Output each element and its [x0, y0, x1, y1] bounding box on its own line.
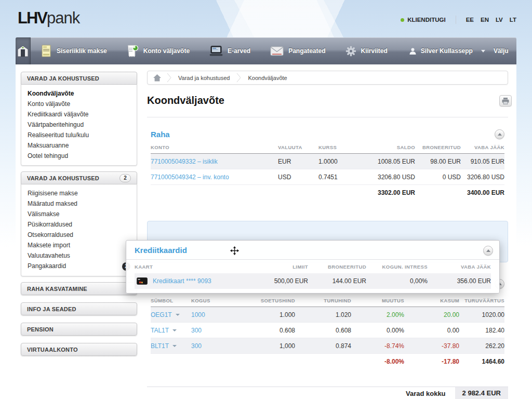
sidebar-section-varad-1: VARAD JA KOHUSTUSED Koondväljavõte Konto… [21, 72, 137, 166]
sidebar-section-pension[interactable]: PENSION [21, 323, 137, 336]
sidebar-section2-body: Riigisisene makse Määratud maksed Välism… [21, 184, 137, 276]
user-menu[interactable]: Silver Kullassepp [400, 37, 489, 64]
raha-total-row: 3302.00 EUR 3400.00 EUR [151, 185, 504, 201]
nav-home-button[interactable] [16, 37, 31, 64]
footer-divider [147, 387, 508, 387]
sidebar-section-raha-kasvatamine[interactable]: RAHA KASVATAMINE [21, 282, 137, 295]
sidebar-section-varad-2: VARAD JA KOHUSTUSED 2 Riigisisene makse … [21, 171, 137, 276]
aktsiad-row-3: BLT1T 300 1,000 0.874 -8.74% -37.80 262.… [151, 338, 504, 354]
sidebar-item-maksuaruanne[interactable]: Maksuaruanne [21, 140, 137, 151]
sidebar-item-koondvaljavote[interactable]: Koondväljavõte [21, 88, 137, 99]
krediitkaardid-titlebar[interactable]: Krediitkaardid [126, 241, 499, 259]
topbar-right: KLIENDITUGI EE EN LV LT [401, 16, 516, 24]
symbol-link[interactable]: BLT1T [151, 342, 169, 350]
language-lv[interactable]: LV [496, 17, 503, 23]
envelope-icon [270, 46, 284, 56]
sidebar-item-maaratud-maksed[interactable]: Määratud maksed [21, 198, 137, 209]
topbar-separator [456, 16, 456, 24]
logo-bold: LHV [18, 9, 47, 27]
nav-item-kiirviited[interactable]: Kiirviited [336, 37, 397, 64]
sidebar-collapsed-sections: RAHA KASVATAMINE INFO JA SEADED PENSION … [21, 282, 137, 356]
krediitkaardid-title: Krediitkaardid [135, 246, 187, 255]
language-en[interactable]: EN [481, 17, 489, 23]
credit-card-icon [137, 277, 148, 285]
raha-collapse-button[interactable] [495, 129, 504, 139]
krediitkaardid-floating-panel[interactable]: Krediitkaardid KAART LIMIIT BRONEERITUD … [126, 240, 500, 294]
aktsiad-total-turuvaartus: 1464.60 [459, 358, 504, 365]
sidebar-section1-body: Koondväljavõte Konto väljavõte Krediitka… [21, 85, 137, 166]
title-divider [147, 117, 508, 117]
krediitkaart-row: Krediitkaart **** 9093 500,00 EUR 144.00… [135, 273, 491, 289]
nav-item-konto-valjavote[interactable]: Konto väljavõte [117, 37, 200, 64]
credit-card-link[interactable]: Krediitkaart **** 9093 [153, 277, 211, 285]
sidebar-item-pangakaardid[interactable]: Pangakaardid 2 [21, 261, 137, 272]
user-icon [409, 48, 416, 55]
nav-item-pangateated[interactable]: Pangateated [260, 37, 335, 64]
print-button[interactable] [499, 95, 512, 107]
sidebar-item-valuutavahetus[interactable]: Valuutavahetus [21, 250, 137, 261]
language-ee[interactable]: EE [466, 17, 474, 23]
home-icon [16, 44, 30, 58]
support-link[interactable]: KLIENDITUGI [401, 17, 445, 23]
raha-row-1: 7710005049332 – isiklik EUR 1.0000 1008.… [151, 154, 504, 169]
symbol-dropdown-icon[interactable] [172, 329, 177, 331]
sidebar-item-otsekorraldused[interactable]: Otsekorraldused [21, 230, 137, 240]
aktsiad-total-row: -8.00% -17.80 1464.60 [151, 354, 504, 369]
krediitkaardid-collapse-button[interactable] [483, 246, 493, 256]
breadcrumb-chevron-icon [236, 71, 241, 85]
symbol-dropdown-icon[interactable] [176, 314, 180, 316]
support-label: KLIENDITUGI [407, 17, 445, 23]
total-assets-row: Varad kokku 2 982.4 EUR [147, 388, 508, 399]
account-link[interactable]: 7710005049342 – inv. konto [151, 174, 229, 181]
sidebar-section-virtuaalkonto[interactable]: VIRTUAALKONTO [21, 343, 137, 356]
breadcrumb-item-koondvaljavote: Koondväljavõte [241, 75, 294, 81]
sidebar-item-maksete-import[interactable]: Maksete import [21, 240, 137, 250]
sidebar-item-krediitkaardi-valjavote[interactable]: Krediitkaardi väljavõte [21, 109, 137, 119]
raha-table-header: KONTO VALUUTA KURSS SALDO BRONEERITUD VA… [151, 141, 504, 154]
nav-item-e-arved[interactable]: E-arved [200, 37, 260, 64]
aktsiad-total-muutus: -8.00% [351, 358, 404, 365]
sidebar-item-valismakse[interactable]: Välismakse [21, 209, 137, 219]
raha-row-2: 7710005049342 – inv. konto USD 0.7451 32… [151, 169, 504, 185]
breadcrumb-item-varad[interactable]: Varad ja kohustused [171, 75, 236, 81]
sidebar-section1-header[interactable]: VARAD JA KOHUSTUSED [21, 72, 137, 85]
aktsiad-row-2: TAL1T 300 0.608 0.608 0.00% 0.00 182.40 [151, 323, 504, 338]
logo-light: pank [47, 9, 79, 27]
aktsiad-total-kasum: -17.80 [404, 358, 459, 365]
collapse-arrow-icon [498, 133, 502, 136]
symbol-link[interactable]: OEG1T [151, 311, 172, 318]
breadcrumb-chevron-icon [167, 71, 171, 85]
breadcrumb-home-icon [153, 74, 161, 82]
sidebar-item-riigisisene-makse[interactable]: Riigisisene makse [21, 188, 137, 198]
sidebar-item-pusikorraldused[interactable]: Püsikorraldused [21, 219, 137, 230]
language-lt[interactable]: LT [510, 17, 516, 23]
quantity-link[interactable]: 300 [191, 342, 202, 350]
breadcrumb: Varad ja kohustused Koondväljavõte [147, 71, 508, 85]
collapse-arrow-icon [486, 249, 490, 252]
raha-table: KONTO VALUUTA KURSS SALDO BRONEERITUD VA… [151, 141, 504, 201]
krediitkaardid-table: KAART LIMIIT BRONEERITUD KOGUN. INTRESS … [126, 260, 499, 293]
quantity-link[interactable]: 1000 [191, 311, 205, 318]
sidebar-section2-header[interactable]: VARAD JA KOHUSTUSED 2 [21, 171, 137, 184]
main-content: Varad ja kohustused Koondväljavõte Koond… [147, 71, 508, 85]
sidebar-item-vaartpaberitehingud[interactable]: Väärtpaberitehingud [21, 119, 137, 130]
nav-item-siseriiklik-makse[interactable]: Siseriiklik makse [31, 37, 117, 64]
sidebar-item-konto-valjavote[interactable]: Konto väljavõte [21, 99, 137, 109]
account-link[interactable]: 7710005049332 – isiklik [151, 158, 218, 165]
sidebar-section-info-ja-seaded[interactable]: INFO JA SEADED [21, 302, 137, 315]
raha-header: Raha [147, 127, 508, 141]
quantity-link[interactable]: 300 [191, 327, 202, 334]
sidebar-item-ootel-tehingud[interactable]: Ootel tehingud [21, 151, 137, 161]
symbol-link[interactable]: TAL1T [151, 327, 169, 334]
symbol-dropdown-icon[interactable] [172, 345, 177, 347]
online-status-icon [401, 18, 404, 22]
lhv-logo[interactable]: LHVpank [18, 9, 79, 28]
main-navbar: Siseriiklik makse Konto väljavõte E-arve… [16, 37, 516, 64]
breadcrumb-home[interactable] [148, 74, 167, 82]
gear-icon [345, 46, 356, 57]
page: LHVpank KLIENDITUGI EE EN LV LT [0, 0, 532, 399]
statement-icon [127, 45, 139, 57]
logout-button[interactable]: Välju [489, 37, 518, 64]
sidebar-item-realiseeritud-tulu-kulu[interactable]: Realiseeritud tulu/kulu [21, 130, 137, 140]
page-title: Koondväljavõte [147, 95, 224, 107]
